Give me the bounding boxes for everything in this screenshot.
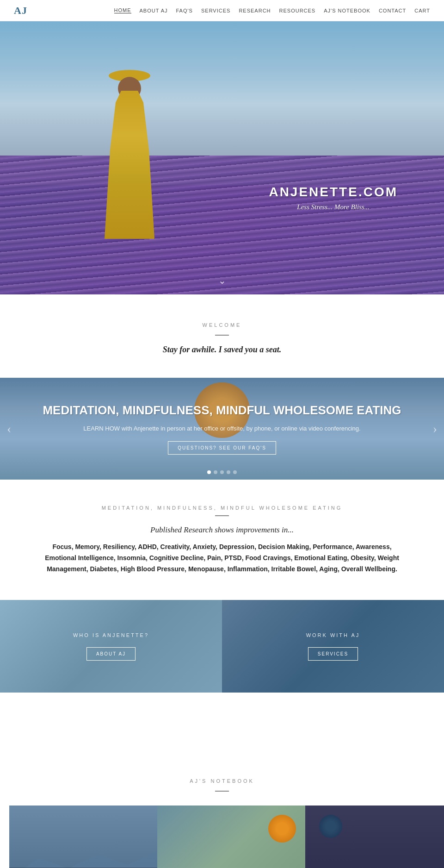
nav-research[interactable]: RESEARCH (239, 8, 271, 13)
slider-dot-1[interactable] (207, 470, 211, 474)
nav-cart[interactable]: CART (414, 8, 430, 13)
about-col: WHO IS ANJENETTE? ABOUT AJ (0, 600, 222, 693)
about-button[interactable]: ABOUT AJ (86, 647, 136, 661)
about-col-label: WHO IS ANJENETTE? (73, 632, 149, 638)
two-col-section: WHO IS ANJENETTE? ABOUT AJ WORK WITH AJ … (0, 600, 444, 693)
slider-content: MEDITATION, MINDFULNESS, MINDFUL WHOLESO… (6, 403, 438, 455)
services-col-label: WORK WITH AJ (306, 632, 360, 638)
research-divider (215, 515, 229, 516)
nav-notebook[interactable]: AJ'S NOTEBOOK (324, 8, 370, 13)
notebook-card-3[interactable]: MINDFUL WHOLESOME EATING (305, 806, 444, 868)
figure-body (102, 91, 157, 239)
services-col: WORK WITH AJ SERVICES (222, 600, 444, 693)
nav-contact[interactable]: CONTACT (379, 8, 406, 13)
slider-title: MEDITATION, MINDFULNESS, MINDFUL WHOLESO… (43, 403, 401, 418)
slider-faq-button[interactable]: QUESTIONS? SEE OUR FAQ'S (168, 441, 276, 455)
nav-resources[interactable]: RESOURCES (279, 8, 316, 13)
welcome-section: WELCOME Stay for awhile. I saved you a s… (0, 294, 444, 378)
hero-figure (83, 91, 176, 267)
notebook-divider (215, 791, 229, 792)
welcome-label: WELCOME (9, 322, 435, 328)
site-logo[interactable]: AJ (14, 5, 27, 17)
slider-dot-4[interactable] (227, 470, 230, 474)
card-berries-decoration (319, 815, 342, 838)
research-label: MEDITATION, MINDFULNESS, MINDFUL WHOLESO… (37, 505, 407, 511)
navigation: AJ HOME ABOUT AJ FAQ'S SERVICES RESEARCH… (0, 0, 444, 21)
nav-about[interactable]: ABOUT AJ (140, 8, 168, 13)
notebook-grid: MEDITATION: NATIONAL INSTITUTES OF HEALT… (9, 806, 444, 868)
services-button[interactable]: SERVICES (308, 647, 358, 661)
notebook-card-1[interactable]: MEDITATION: NATIONAL INSTITUTES OF HEALT… (9, 806, 157, 868)
card-fruit-decoration (268, 815, 296, 843)
slider-dot-5[interactable] (233, 470, 237, 474)
welcome-tagline: Stay for awhile. I saved you a seat. (9, 345, 435, 355)
hero-subtitle: Less Stress... More Bliss... (269, 203, 398, 211)
slider-dots (207, 470, 237, 474)
slider-description: LEARN HOW with Anjenette in person at he… (43, 424, 401, 433)
hero-title: ANJENETTE.COM (269, 185, 398, 200)
welcome-divider (215, 335, 229, 336)
hero-lavender-field (0, 156, 444, 294)
nav-home[interactable]: HOME (114, 7, 131, 13)
nav-links: HOME ABOUT AJ FAQ'S SERVICES RESEARCH RE… (114, 7, 430, 13)
notebook-card-2[interactable]: WHY YOU NEED AN EXPERT TEACHER (157, 806, 305, 868)
research-section: MEDITATION, MINDFULNESS, MINDFUL WHOLESO… (0, 480, 444, 600)
slider-dot-2[interactable] (214, 470, 217, 474)
slider-dot-3[interactable] (220, 470, 224, 474)
slider-section: ‹ MEDITATION, MINDFULNESS, MINDFUL WHOLE… (0, 378, 444, 480)
notebook-label: AJ'S NOTEBOOK (9, 778, 435, 784)
hero-scroll-arrow[interactable]: ⌄ (218, 275, 226, 286)
content-spacer (0, 693, 444, 757)
nav-faqs[interactable]: FAQ'S (176, 8, 193, 13)
research-description: Focus, Memory, Resiliency, ADHD, Creativ… (37, 542, 407, 575)
hero-text: ANJENETTE.COM Less Stress... More Bliss.… (269, 185, 398, 211)
card-mountain-decoration (9, 843, 157, 868)
hero-section: ANJENETTE.COM Less Stress... More Bliss.… (0, 21, 444, 294)
nav-services[interactable]: SERVICES (201, 8, 230, 13)
research-title: Published Research shows improvements in… (37, 525, 407, 535)
notebook-section: AJ'S NOTEBOOK MEDITATION: NATIONAL INSTI… (0, 757, 444, 868)
